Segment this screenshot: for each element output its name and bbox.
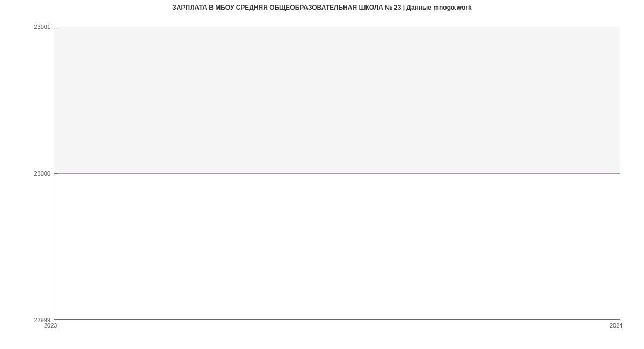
plot-area xyxy=(54,27,620,320)
y-tick xyxy=(54,27,57,27)
y-tick-label: 23000 xyxy=(34,170,50,177)
y-tick xyxy=(54,319,57,320)
data-series-line xyxy=(54,173,620,174)
grid-band xyxy=(54,27,620,173)
y-tick-label: 23001 xyxy=(34,24,50,30)
x-tick-label: 2024 xyxy=(610,322,623,329)
x-tick-label: 2023 xyxy=(44,322,57,329)
y-tick xyxy=(54,173,57,174)
chart-title: ЗАРПЛАТА В МБОУ СРЕДНЯЯ ОБЩЕОБРАЗОВАТЕЛЬ… xyxy=(0,4,644,11)
